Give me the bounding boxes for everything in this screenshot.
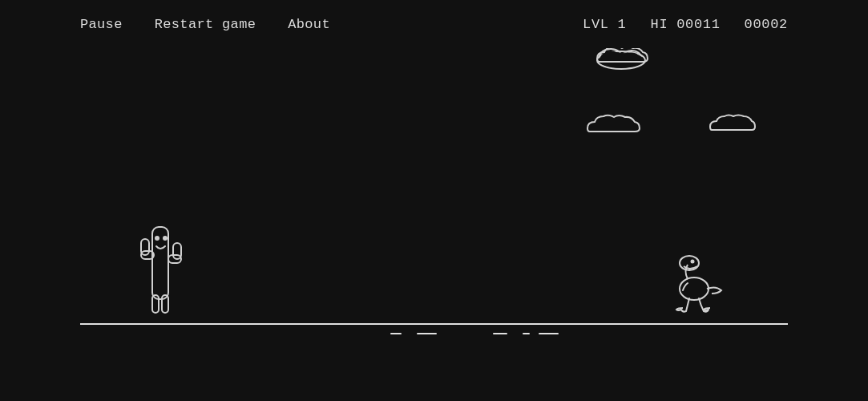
svg-point-11 [155,236,159,241]
cloud-1 [593,44,649,74]
cactus-character [135,211,187,323]
ground-line [80,323,788,325]
nav-left: Pause Restart game About [80,17,583,32]
ground-dash-3 [493,333,507,334]
game-container: Pause Restart game About LVL 1 HI 00011 … [0,0,868,401]
ground-dash-4 [523,333,530,334]
score-display: 00002 [745,17,788,32]
ground-dash-1 [390,333,402,334]
ground-dash-5 [539,333,559,334]
svg-point-12 [163,236,168,241]
pause-button[interactable]: Pause [80,17,123,32]
about-button[interactable]: About [288,17,330,32]
cloud-3 [707,112,757,139]
dino-character [664,255,728,323]
svg-point-17 [691,260,695,264]
nav-right: LVL 1 HI 00011 00002 [583,17,788,32]
navbar: Pause Restart game About LVL 1 HI 00011 … [0,0,868,48]
level-display: LVL 1 [583,17,626,32]
game-area [0,0,868,401]
ground-dash-2 [417,333,437,334]
hi-score-display: HI 00011 [651,17,721,32]
restart-button[interactable]: Restart game [155,17,256,32]
cloud-2 [583,112,641,140]
